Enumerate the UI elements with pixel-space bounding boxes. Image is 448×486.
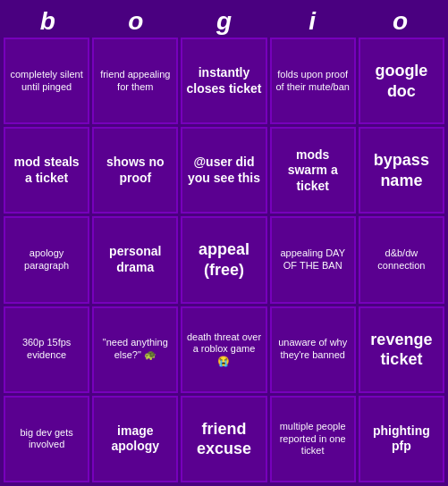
bingo-cell-12[interactable]: appeal (free) bbox=[181, 216, 266, 303]
bingo-cell-16[interactable]: "need anything else?" 🐢 bbox=[92, 306, 178, 393]
bingo-cell-6[interactable]: shows no proof bbox=[92, 127, 178, 214]
bingo-cell-18[interactable]: unaware of why they're banned bbox=[270, 306, 356, 393]
bingo-cell-21[interactable]: image apology bbox=[92, 396, 178, 482]
bingo-cell-23[interactable]: multiple people reported in one ticket bbox=[270, 396, 356, 482]
header-letter-i-3: i bbox=[270, 7, 354, 36]
header-row: bogio bbox=[4, 4, 444, 38]
bingo-cell-17[interactable]: death threat over a roblox game 😭 bbox=[181, 306, 266, 393]
bingo-cell-8[interactable]: mods swarm a ticket bbox=[270, 127, 356, 214]
bingo-cell-10[interactable]: apology paragraph bbox=[4, 216, 89, 303]
bingo-cell-3[interactable]: folds upon proof of their mute/ban bbox=[270, 38, 356, 124]
bingo-cell-0[interactable]: completely silent until pinged bbox=[4, 38, 89, 124]
bingo-cell-4[interactable]: google doc bbox=[359, 38, 444, 124]
bingo-cell-11[interactable]: personal drama bbox=[92, 216, 178, 303]
header-letter-g-2: g bbox=[182, 7, 266, 36]
bingo-cell-20[interactable]: big dev gets involved bbox=[4, 396, 89, 482]
bingo-grid: completely silent until pingedfriend app… bbox=[4, 38, 444, 482]
bingo-cell-9[interactable]: bypass name bbox=[359, 127, 444, 214]
bingo-cell-22[interactable]: friend excuse bbox=[181, 396, 266, 482]
header-letter-o-1: o bbox=[94, 7, 178, 36]
bingo-cell-14[interactable]: d&b/dw connection bbox=[359, 216, 444, 303]
bingo-cell-5[interactable]: mod steals a ticket bbox=[4, 127, 89, 214]
header-letter-b-0: b bbox=[5, 7, 89, 36]
bingo-card: bogio completely silent until pingedfrie… bbox=[0, 0, 448, 486]
bingo-cell-1[interactable]: friend appealing for them bbox=[92, 38, 178, 124]
bingo-cell-13[interactable]: appealing DAY OF THE BAN bbox=[270, 216, 356, 303]
bingo-cell-7[interactable]: @user did you see this bbox=[181, 127, 266, 214]
header-letter-o-4: o bbox=[359, 7, 443, 36]
bingo-cell-24[interactable]: phighting pfp bbox=[359, 396, 444, 482]
bingo-cell-2[interactable]: instantly closes ticket bbox=[181, 38, 266, 124]
bingo-cell-19[interactable]: revenge ticket bbox=[359, 306, 444, 393]
bingo-cell-15[interactable]: 360p 15fps evidence bbox=[4, 306, 89, 393]
